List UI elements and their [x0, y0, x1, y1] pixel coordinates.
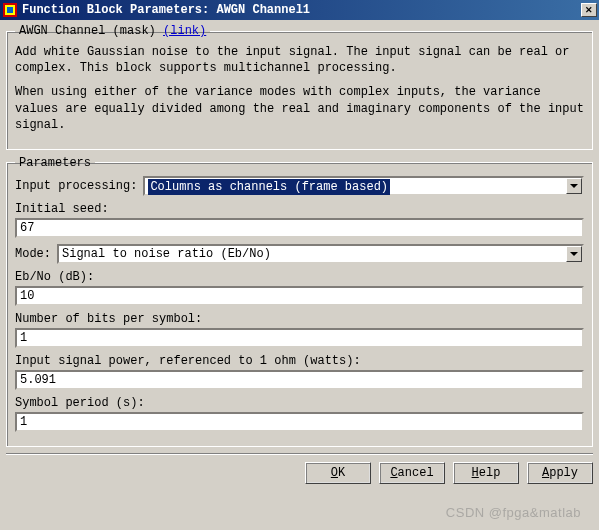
ebno-row: Eb/No (dB):: [15, 270, 584, 306]
parameters-group: Parameters Input processing: Columns as …: [6, 156, 593, 447]
window-title: Function Block Parameters: AWGN Channel1: [22, 3, 581, 17]
cancel-button[interactable]: Cancel: [379, 462, 445, 484]
input-processing-select[interactable]: Columns as channels (frame based): [143, 176, 584, 196]
description-p2: When using either of the variance modes …: [15, 84, 584, 133]
mask-legend-text: AWGN Channel (mask): [19, 24, 163, 38]
initial-seed-label: Initial seed:: [15, 202, 109, 216]
ok-button[interactable]: OK: [305, 462, 371, 484]
ebno-label: Eb/No (dB):: [15, 270, 94, 284]
close-button[interactable]: ✕: [581, 3, 597, 17]
initial-seed-input[interactable]: [15, 218, 584, 238]
input-power-input[interactable]: [15, 370, 584, 390]
description-p1: Add white Gaussian noise to the input si…: [15, 44, 584, 76]
dialog-body: AWGN Channel (mask) (link) Add white Gau…: [0, 20, 599, 490]
symbol-period-label: Symbol period (s):: [15, 396, 145, 410]
titlebar: Function Block Parameters: AWGN Channel1…: [0, 0, 599, 20]
input-processing-label: Input processing:: [15, 179, 137, 193]
symbol-period-input[interactable]: [15, 412, 584, 432]
initial-seed-row: Initial seed:: [15, 202, 584, 238]
svg-rect-2: [7, 7, 13, 13]
bits-per-symbol-label: Number of bits per symbol:: [15, 312, 202, 326]
mode-value: Signal to noise ratio (Eb/No): [62, 247, 271, 261]
mode-label: Mode:: [15, 247, 51, 261]
symbol-period-row: Symbol period (s):: [15, 396, 584, 432]
bits-per-symbol-input[interactable]: [15, 328, 584, 348]
mode-select[interactable]: Signal to noise ratio (Eb/No): [57, 244, 584, 264]
mask-legend: AWGN Channel (mask) (link): [15, 24, 210, 38]
help-button[interactable]: Help: [453, 462, 519, 484]
chevron-down-icon[interactable]: [566, 178, 582, 194]
input-processing-row: Input processing: Columns as channels (f…: [15, 176, 584, 196]
bits-per-symbol-row: Number of bits per symbol:: [15, 312, 584, 348]
input-power-row: Input signal power, referenced to 1 ohm …: [15, 354, 584, 390]
parameters-legend: Parameters: [15, 156, 95, 170]
button-bar: OK Cancel Help Apply: [6, 453, 593, 484]
app-icon: [2, 2, 18, 18]
ebno-input[interactable]: [15, 286, 584, 306]
mask-link[interactable]: (link): [163, 24, 206, 38]
input-processing-value: Columns as channels (frame based): [148, 179, 390, 195]
input-power-label: Input signal power, referenced to 1 ohm …: [15, 354, 361, 368]
mode-row: Mode: Signal to noise ratio (Eb/No): [15, 244, 584, 264]
apply-button[interactable]: Apply: [527, 462, 593, 484]
watermark: CSDN @fpga&matlab: [446, 505, 581, 520]
mask-description-group: AWGN Channel (mask) (link) Add white Gau…: [6, 24, 593, 150]
chevron-down-icon[interactable]: [566, 246, 582, 262]
